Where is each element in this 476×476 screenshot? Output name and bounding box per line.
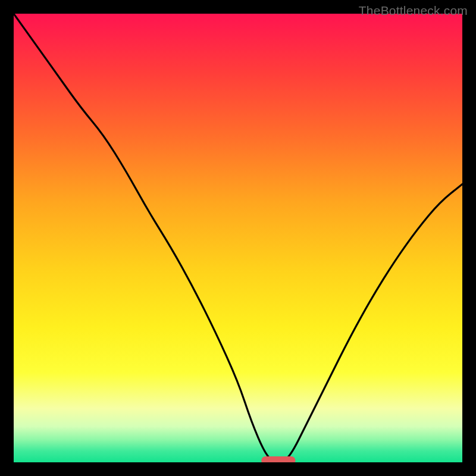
optimal-zone-pill <box>261 456 295 462</box>
plot-svg <box>14 14 462 462</box>
watermark-text: TheBottleneck.com <box>359 4 468 18</box>
chart-frame: TheBottleneck.com <box>0 0 476 476</box>
bottleneck-curve <box>14 14 462 462</box>
plot-area <box>14 14 462 462</box>
